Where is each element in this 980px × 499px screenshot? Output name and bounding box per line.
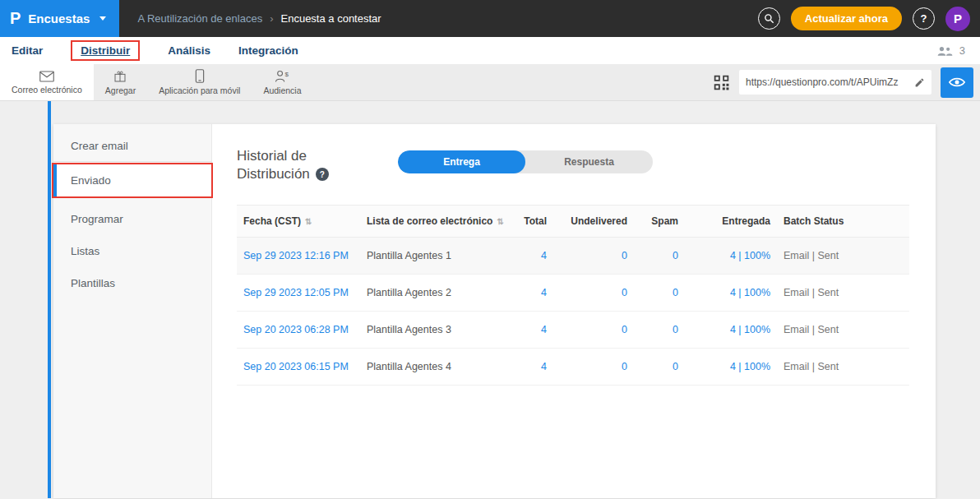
table-row[interactable]: Sep 29 2023 12:05 PM Plantilla Agentes 2…: [237, 275, 909, 312]
sidebar-item-listas[interactable]: Listas: [53, 235, 211, 267]
row-batch-status: Email | Sent: [777, 312, 884, 349]
collapsed-panel-edge[interactable]: [48, 101, 51, 498]
row-entregada[interactable]: 4 | 100%: [685, 275, 777, 312]
tab-integracion[interactable]: Integración: [238, 44, 298, 57]
row-total[interactable]: 4: [512, 349, 553, 386]
title-line-1: Historial de: [237, 147, 360, 165]
row-list-name: Plantilla Agentes 4: [360, 349, 512, 386]
collaborators-count: 3: [959, 44, 965, 57]
row-undelivered[interactable]: 0: [553, 312, 634, 349]
row-list-name: Plantilla Agentes 3: [360, 312, 512, 349]
toolbar-item-label: Aplicación para móvil: [159, 85, 240, 95]
breadcrumb: A Reutilización de enlaces › Encuesta a …: [137, 12, 381, 25]
collaborators[interactable]: 3: [936, 44, 980, 57]
row-entregada[interactable]: 4 | 100%: [685, 238, 777, 275]
mobile-phone-icon: [195, 69, 205, 83]
distribution-history-panel: Historial de Distribución ? Entrega Resp…: [212, 124, 936, 498]
row-date-link[interactable]: Sep 20 2023 06:15 PM: [237, 349, 360, 386]
svg-text:$: $: [284, 71, 289, 78]
question-mark-icon: ?: [921, 12, 927, 25]
row-entregada[interactable]: 4 | 100%: [685, 349, 777, 386]
table-row[interactable]: Sep 20 2023 06:28 PM Plantilla Agentes 3…: [237, 312, 909, 349]
distribution-history-table: Fecha (CST)⇅ Lista de correo electrónico…: [237, 205, 909, 386]
row-spam[interactable]: 0: [634, 275, 685, 312]
audience-icon: $: [275, 70, 290, 83]
toolbar-link-tools: https://questionpro.com/t/APUimZz: [713, 64, 980, 100]
row-batch-status: Email | Sent: [777, 238, 884, 275]
col-header-spam: Spam: [634, 206, 685, 238]
col-header-lista[interactable]: Lista de correo electrónico⇅: [360, 206, 512, 238]
breadcrumb-separator: ›: [270, 12, 273, 25]
toolbar-item-audiencia[interactable]: $ Audiencia: [252, 64, 312, 100]
table-row[interactable]: Sep 20 2023 06:15 PM Plantilla Agentes 4…: [237, 349, 909, 386]
main-area: Crear email Enviado Programar Listas Pla…: [0, 101, 980, 498]
chevron-down-icon: [99, 16, 106, 21]
table-row[interactable]: Sep 29 2023 12:16 PM Plantilla Agentes 1…: [237, 238, 909, 275]
row-list-name: Plantilla Agentes 2: [360, 275, 512, 312]
tab-editar[interactable]: Editar: [12, 44, 43, 57]
tab-analisis[interactable]: Análisis: [168, 44, 210, 57]
sidebar-item-plantillas[interactable]: Plantillas: [53, 267, 211, 299]
row-date-link[interactable]: Sep 20 2023 06:28 PM: [237, 312, 360, 349]
sidebar-item-crear-email[interactable]: Crear email: [53, 130, 211, 162]
panel-header: Historial de Distribución ? Entrega Resp…: [237, 147, 909, 183]
envelope-icon: [39, 71, 54, 82]
page-title: Historial de Distribución ?: [237, 147, 360, 183]
row-list-name: Plantilla Agentes 1: [360, 238, 512, 275]
preview-button[interactable]: [941, 67, 973, 98]
product-switcher[interactable]: P Encuestas: [0, 0, 119, 37]
toolbar-item-mobile[interactable]: Aplicación para móvil: [147, 64, 252, 100]
distribution-history-table-wrap: Fecha (CST)⇅ Lista de correo electrónico…: [237, 205, 909, 386]
topbar-actions: Actualizar ahora ? P: [758, 7, 980, 31]
row-total[interactable]: 4: [512, 275, 553, 312]
row-entregada[interactable]: 4 | 100%: [685, 312, 777, 349]
distribute-toolbar: Correo electrónico Agregar Aplicación pa…: [0, 64, 980, 101]
table-header-row: Fecha (CST)⇅ Lista de correo electrónico…: [237, 206, 909, 238]
row-spam[interactable]: 0: [634, 349, 685, 386]
topbar: P Encuestas A Reutilización de enlaces ›…: [0, 0, 980, 37]
eye-icon: [949, 76, 965, 88]
breadcrumb-parent-link[interactable]: A Reutilización de enlaces: [137, 12, 262, 25]
row-undelivered[interactable]: 0: [553, 238, 634, 275]
sidebar-item-enviado[interactable]: Enviado: [53, 164, 211, 196]
qr-code-icon[interactable]: [713, 74, 730, 91]
row-batch-status: Email | Sent: [777, 275, 884, 312]
toolbar-item-email[interactable]: Correo electrónico: [0, 64, 94, 100]
people-icon: [936, 45, 954, 57]
row-total[interactable]: 4: [512, 312, 553, 349]
survey-nav-tabs: Editar Distribuir Análisis Integración 3: [0, 37, 980, 64]
col-header-fecha[interactable]: Fecha (CST)⇅: [237, 206, 360, 238]
sort-icon[interactable]: ⇅: [305, 217, 312, 226]
tab-distribuir[interactable]: Distribuir: [71, 40, 140, 61]
row-spam[interactable]: 0: [634, 238, 685, 275]
email-sidebar: Crear email Enviado Programar Listas Pla…: [53, 124, 212, 498]
account-avatar[interactable]: P: [945, 7, 970, 31]
edit-pencil-icon[interactable]: [914, 77, 925, 88]
sort-icon[interactable]: ⇅: [497, 217, 503, 226]
toolbar-item-label: Audiencia: [263, 85, 301, 95]
help-tooltip-icon[interactable]: ?: [316, 168, 329, 181]
col-header-batch-status: Batch Status: [777, 206, 884, 238]
help-button[interactable]: ?: [913, 7, 935, 30]
survey-url-field[interactable]: https://questionpro.com/t/APUimZz: [739, 70, 931, 95]
breadcrumb-current: Encuesta a contestar: [281, 12, 381, 25]
gift-icon: [113, 70, 127, 83]
title-line-2: Distribución: [237, 165, 310, 183]
row-undelivered[interactable]: 0: [553, 349, 634, 386]
search-button[interactable]: [758, 7, 780, 30]
update-now-button[interactable]: Actualizar ahora: [791, 7, 902, 30]
distribution-card: Crear email Enviado Programar Listas Pla…: [53, 124, 936, 498]
sidebar-item-programar[interactable]: Programar: [53, 203, 211, 235]
delivery-response-toggle: Entrega Respuesta: [398, 150, 653, 173]
toggle-respuesta[interactable]: Respuesta: [525, 150, 653, 173]
row-total[interactable]: 4: [512, 238, 553, 275]
survey-url: https://questionpro.com/t/APUimZz: [746, 76, 909, 88]
product-name: Encuestas: [28, 12, 90, 25]
toggle-entrega[interactable]: Entrega: [398, 150, 525, 173]
row-date-link[interactable]: Sep 29 2023 12:05 PM: [237, 275, 360, 312]
toolbar-item-agregar[interactable]: Agregar: [94, 64, 147, 100]
row-spam[interactable]: 0: [634, 312, 685, 349]
row-undelivered[interactable]: 0: [553, 275, 634, 312]
row-date-link[interactable]: Sep 29 2023 12:16 PM: [237, 238, 360, 275]
toolbar-item-label: Agregar: [105, 85, 136, 95]
